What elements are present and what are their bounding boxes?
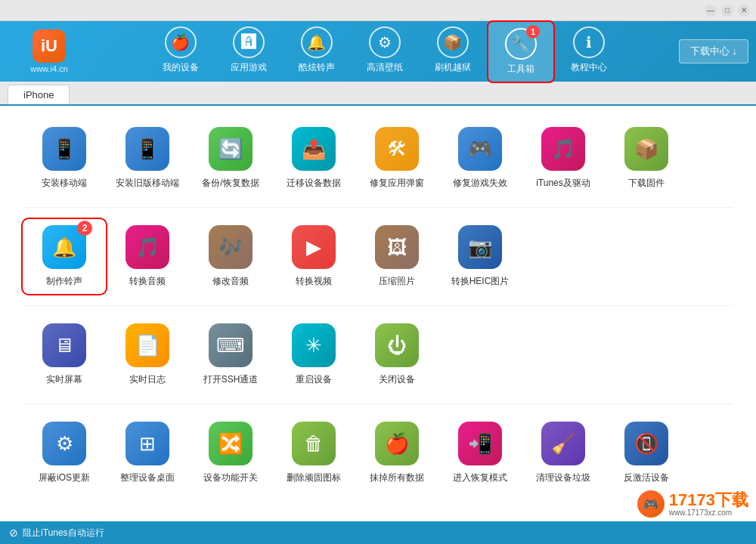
- tool-label-convert-audio: 转换音频: [129, 275, 166, 288]
- tool-item-deactivate[interactable]: 📵反激活设备: [605, 416, 688, 490]
- tool-item-install-old-app[interactable]: 📱安装旧版移动端: [106, 121, 189, 196]
- tool-item-shutdown-device[interactable]: ⏻关闭设备: [355, 317, 438, 392]
- tool-icon-install-old-app: 📱: [125, 127, 169, 171]
- header-right: 下载中心 ↓: [679, 39, 748, 63]
- main-content: 📱安装移动端📱安装旧版移动端🔄备份/恢复数据📤迁移设备数据🛠修复应用弹窗🎮修复游…: [0, 106, 756, 521]
- tool-label-install-app: 安装移动端: [42, 177, 87, 190]
- tool-item-fix-app-crash[interactable]: 🛠修复应用弹窗: [355, 121, 438, 196]
- tool-label-block-ios-update: 屏蔽iOS更新: [39, 471, 90, 484]
- tool-icon-deactivate: 📵: [624, 422, 668, 465]
- device-tab-iphone[interactable]: iPhone: [8, 85, 70, 104]
- tool-item-device-function[interactable]: 🔀设备功能开关: [189, 416, 272, 490]
- tool-item-recovery-mode[interactable]: 📲进入恢复模式: [438, 416, 522, 490]
- nav-label-jailbreak: 刷机越狱: [435, 61, 471, 74]
- tool-item-delete-stubborn[interactable]: 🗑删除顽固图标: [272, 416, 355, 490]
- nav-item-ringtone[interactable]: 🔔酷炫铃声: [283, 20, 351, 83]
- tool-label-convert-video: 转换视频: [296, 275, 332, 288]
- tool-item-itunes-driver[interactable]: 🎵iTunes及驱动: [522, 121, 605, 196]
- tool-icon-device-function: 🔀: [209, 422, 253, 465]
- tool-item-compress-photo[interactable]: 🖼压缩照片: [355, 219, 438, 294]
- tool-label-itunes-driver: iTunes及驱动: [536, 177, 590, 190]
- tool-item-fix-game[interactable]: 🎮修复游戏失效: [438, 121, 522, 196]
- nav-item-jailbreak[interactable]: 📦刷机越狱: [419, 20, 487, 83]
- maximize-button[interactable]: □: [721, 5, 733, 17]
- nav-icon-toolbox: 🔧1: [505, 28, 537, 60]
- download-center-button[interactable]: 下载中心 ↓: [679, 39, 748, 63]
- tool-item-convert-heic[interactable]: 📷转换HEIC图片: [438, 219, 522, 294]
- tool-item-convert-video[interactable]: ▶转换视频: [272, 219, 355, 294]
- tool-icon-compress-photo: 🖼: [375, 225, 419, 269]
- tool-label-delete-stubborn: 删除顽固图标: [287, 471, 341, 484]
- tool-badge-make-ringtone: 2: [77, 221, 92, 236]
- header: iU www.i4.cn 🍎我的设备🅰应用游戏🔔酷炫铃声⚙高清壁纸📦刷机越狱🔧1…: [0, 21, 756, 82]
- tool-item-organize-desktop[interactable]: ⊞整理设备桌面: [106, 416, 189, 490]
- tool-icon-realtime-log: 📄: [125, 323, 169, 367]
- tool-label-device-function: 设备功能开关: [203, 471, 258, 484]
- tool-icon-ssh-tunnel: ⌨: [209, 323, 253, 367]
- device-tab-bar: iPhone: [0, 82, 756, 106]
- tool-item-convert-audio[interactable]: 🎵转换音频: [106, 219, 189, 294]
- title-bar: — □ ✕: [0, 0, 756, 21]
- tool-icon-convert-heic: 📷: [458, 225, 502, 269]
- nav-item-app-games[interactable]: 🅰应用游戏: [215, 20, 283, 83]
- close-button[interactable]: ✕: [738, 5, 750, 17]
- nav-icon-tutorials: ℹ: [573, 26, 605, 58]
- minimize-button[interactable]: —: [705, 5, 717, 17]
- tool-item-modify-audio[interactable]: 🎶修改音频: [189, 219, 272, 294]
- tool-item-realtime-log[interactable]: 📄实时日志: [106, 317, 189, 392]
- tool-icon-clean-junk: 🧹: [541, 422, 585, 465]
- tool-icon-backup-restore: 🔄: [209, 127, 253, 171]
- nav-label-wallpaper: 高清壁纸: [367, 61, 403, 74]
- nav-item-toolbox[interactable]: 🔧1工具箱: [487, 20, 555, 83]
- tool-label-realtime-screen: 实时屏幕: [46, 373, 82, 386]
- tool-icon-realtime-screen: 🖥: [42, 323, 86, 367]
- tool-item-make-ringtone[interactable]: 2🔔制作铃声: [23, 219, 106, 294]
- tool-item-realtime-screen[interactable]: 🖥实时屏幕: [23, 317, 106, 392]
- watermark-logo: 🎮: [637, 490, 665, 518]
- tool-label-shutdown-device: 关闭设备: [379, 373, 415, 386]
- tool-item-backup-restore[interactable]: 🔄备份/恢复数据: [189, 121, 272, 196]
- tool-icon-shutdown-device: ⏻: [375, 323, 419, 367]
- tool-icon-download-firmware: 📦: [624, 127, 668, 171]
- watermark-text: 17173下载 www.17173xz.com: [669, 492, 748, 517]
- tool-label-make-ringtone: 制作铃声: [46, 275, 82, 288]
- tool-label-reboot-device: 重启设备: [296, 373, 332, 386]
- tool-label-fix-game: 修复游戏失效: [453, 177, 507, 190]
- tool-item-block-ios-update[interactable]: ⚙屏蔽iOS更新: [23, 416, 106, 490]
- tool-item-migrate-data[interactable]: 📤迁移设备数据: [272, 121, 355, 196]
- tool-label-modify-audio: 修改音频: [212, 275, 249, 288]
- logo-url: www.i4.cn: [30, 64, 68, 73]
- tool-item-reboot-device[interactable]: ✳重启设备: [272, 317, 355, 392]
- tool-icon-fix-game: 🎮: [458, 127, 502, 171]
- tool-item-download-firmware[interactable]: 📦下载固件: [605, 121, 688, 196]
- logo-area: iU www.i4.cn: [8, 29, 91, 73]
- status-icon: ⊘: [9, 527, 18, 539]
- nav-icon-app-games: 🅰: [233, 26, 265, 58]
- nav-badge-toolbox: 1: [526, 25, 540, 39]
- watermark: 🎮 17173下载 www.17173xz.com: [637, 490, 748, 518]
- nav-item-my-device[interactable]: 🍎我的设备: [147, 20, 215, 83]
- tool-label-compress-photo: 压缩照片: [379, 275, 415, 288]
- tool-row-4: ⚙屏蔽iOS更新⊞整理设备桌面🔀设备功能开关🗑删除顽固图标🍎抹掉所有数据📲进入恢…: [23, 416, 733, 502]
- tool-label-realtime-log: 实时日志: [129, 373, 166, 386]
- tool-label-migrate-data: 迁移设备数据: [287, 177, 341, 190]
- tool-item-clean-junk[interactable]: 🧹清理设备垃圾: [522, 416, 605, 490]
- tool-item-install-app[interactable]: 📱安装移动端: [23, 121, 106, 196]
- tool-row-2: 2🔔制作铃声🎵转换音频🎶修改音频▶转换视频🖼压缩照片📷转换HEIC图片: [23, 219, 733, 306]
- tool-icon-install-app: 📱: [42, 127, 86, 171]
- tool-label-wipe-data: 抹掉所有数据: [370, 471, 424, 484]
- tool-icon-reboot-device: ✳: [292, 323, 336, 367]
- nav-icon-my-device: 🍎: [165, 26, 197, 58]
- nav-icon-wallpaper: ⚙: [369, 26, 401, 58]
- nav-item-tutorials[interactable]: ℹ教程中心: [555, 20, 623, 83]
- nav-icon-ringtone: 🔔: [301, 26, 333, 58]
- tool-label-convert-heic: 转换HEIC图片: [451, 275, 510, 288]
- tool-label-backup-restore: 备份/恢复数据: [202, 177, 259, 190]
- nav-label-tutorials: 教程中心: [571, 61, 607, 74]
- tool-row-3: 🖥实时屏幕📄实时日志⌨打开SSH通道✳重启设备⏻关闭设备: [23, 317, 733, 404]
- tool-item-ssh-tunnel[interactable]: ⌨打开SSH通道: [189, 317, 272, 392]
- tool-icon-itunes-driver: 🎵: [541, 127, 585, 171]
- nav-item-wallpaper[interactable]: ⚙高清壁纸: [351, 20, 419, 83]
- tool-item-wipe-data[interactable]: 🍎抹掉所有数据: [355, 416, 438, 490]
- tool-row-1: 📱安装移动端📱安装旧版移动端🔄备份/恢复数据📤迁移设备数据🛠修复应用弹窗🎮修复游…: [23, 121, 733, 208]
